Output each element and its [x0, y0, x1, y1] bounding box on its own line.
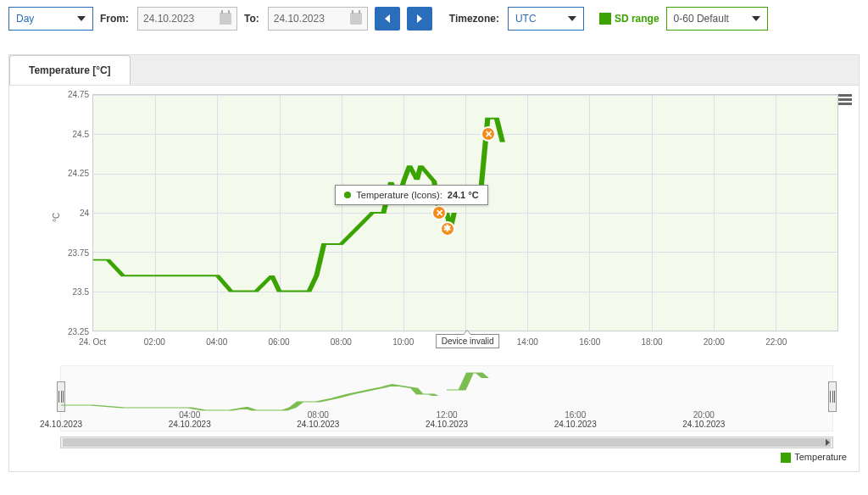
chart-container: °C 24.75 24.5 24.25 24 23.75 23.5 23.25: [8, 85, 860, 472]
timezone-label: Timezone:: [449, 13, 499, 25]
legend: Temperature: [21, 452, 847, 463]
sd-swatch-icon: [599, 13, 611, 25]
sd-range-select[interactable]: 0-60 Default: [666, 7, 768, 31]
sd-range-value: 0-60 Default: [674, 13, 729, 25]
period-label: Day: [16, 13, 34, 25]
to-date-value: 24.10.2023: [274, 13, 325, 25]
tooltip-series: Temperature (Icons):: [356, 190, 442, 200]
next-button[interactable]: [407, 7, 432, 31]
calendar-icon: [220, 13, 231, 25]
y-tick: 23.25: [68, 327, 89, 336]
y-tick: 23.5: [73, 287, 89, 297]
x-tick: 10:00: [392, 337, 414, 347]
navigator-scrollbar[interactable]: [60, 437, 833, 448]
x-axis: 24. Oct 02:00 04:00 06:00 08:00 10:00 14…: [92, 331, 838, 348]
x-tick: 18:00: [641, 337, 662, 347]
x-tick: 04:00: [206, 337, 227, 347]
nav-tick: 24.10.2023: [426, 420, 468, 429]
period-select[interactable]: Day: [8, 7, 93, 31]
tab-bar: Temperature [°C]: [8, 54, 860, 85]
legend-swatch-icon: [781, 453, 791, 463]
y-tick: 23.75: [68, 248, 89, 257]
tooltip-value: 24.1 °C: [448, 190, 479, 200]
from-date-value: 24.10.2023: [143, 13, 194, 25]
x-tick: 02:00: [144, 337, 165, 347]
caret-down-icon: [752, 16, 760, 21]
to-date-input[interactable]: 24.10.2023: [268, 7, 368, 31]
navigator-x-axis: 24.10.2023 04:0024.10.2023 08:0024.10.20…: [61, 417, 832, 431]
calendar-icon: [350, 13, 362, 25]
marker-icon[interactable]: ✕: [481, 126, 496, 142]
chart-body: °C 24.75 24.5 24.25 24 23.75 23.5 23.25: [52, 94, 842, 348]
chart-navigator[interactable]: 24.10.2023 04:0024.10.2023 08:0024.10.20…: [60, 365, 833, 431]
sd-range-indicator: SD range: [599, 13, 659, 25]
y-tick: 24.5: [73, 129, 89, 138]
x-tick: 14:00: [517, 337, 538, 347]
caret-down-icon: [77, 16, 86, 21]
tooltip-dot-icon: [344, 192, 351, 198]
chevron-right-icon: [417, 14, 422, 23]
nav-tick: 24.10.2023: [169, 420, 211, 429]
y-tick: 24: [80, 209, 89, 218]
scroll-thumb[interactable]: [63, 438, 831, 447]
x-tick: 08:00: [331, 337, 352, 347]
legend-label[interactable]: Temperature: [794, 452, 847, 462]
x-tick: 16:00: [579, 337, 600, 347]
x-tick: 20:00: [704, 337, 725, 347]
toolbar: Day From: 24.10.2023 To: 24.10.2023 Time…: [0, 0, 868, 37]
timezone-select[interactable]: UTC: [508, 7, 584, 31]
marker-icon[interactable]: ✕: [431, 205, 447, 220]
from-date-input[interactable]: 24.10.2023: [137, 7, 237, 31]
y-tick: 24.75: [68, 90, 89, 99]
marker-icon[interactable]: ✱: [440, 221, 455, 236]
caret-down-icon: [568, 16, 576, 21]
from-label: From:: [100, 13, 129, 25]
x-tick: 22:00: [765, 337, 787, 347]
chevron-left-icon: [385, 14, 390, 23]
prev-button[interactable]: [375, 7, 400, 31]
timezone-value: UTC: [515, 13, 537, 25]
tab-label: Temperature [°C]: [29, 64, 111, 76]
chart-tooltip: Temperature (Icons): 24.1 °C: [335, 185, 487, 205]
x-tick: 06:00: [268, 337, 289, 347]
temperature-line: [93, 95, 837, 331]
sd-range-label: SD range: [615, 13, 659, 25]
x-tick: 24. Oct: [79, 337, 106, 347]
nav-tick: 24.10.2023: [297, 420, 339, 429]
to-label: To:: [244, 13, 259, 25]
tab-temperature[interactable]: Temperature [°C]: [9, 55, 131, 85]
y-tick: 24.25: [68, 169, 89, 178]
nav-tick: 24.10.2023: [682, 420, 725, 429]
plot-area[interactable]: ✕ ✱ ✕ ✕ Temperature (Icons): 24.1 °C Dev…: [92, 94, 838, 331]
scroll-right-icon[interactable]: [822, 438, 832, 447]
nav-tick: 24.10.2023: [40, 420, 82, 429]
y-axis: 24.75 24.5 24.25 24 23.75 23.5 23.25: [52, 94, 92, 331]
nav-tick: 24.10.2023: [554, 420, 597, 429]
